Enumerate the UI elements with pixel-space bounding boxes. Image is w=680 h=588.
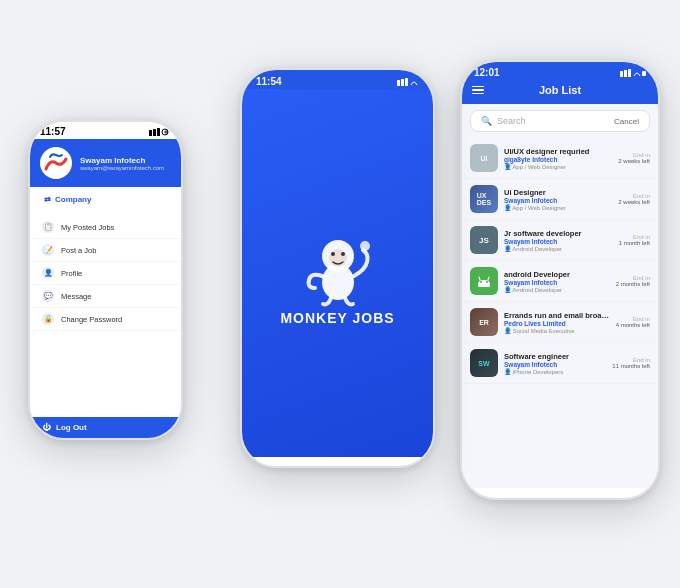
hamburger-icon[interactable] [472,86,484,95]
search-icon: 🔍 [481,116,492,126]
job-company: Swayam Infotech [504,361,606,368]
search-bar[interactable]: 🔍 Search Cancel [470,110,650,132]
job-company: Swayam Infotech [504,279,610,286]
end-value: 2 weeks left [618,158,650,164]
job-info: Jr software developer Swayam Infotech 👤 … [504,229,613,252]
right-status-icons [620,69,646,77]
profile-name: Swayam Infotech [80,156,164,165]
job-category: 👤 Social Media Executive [504,327,610,334]
menu-item-post-job[interactable]: 📝 Post a Job [30,239,181,262]
job-company: Pedro Lives Limited [504,320,610,327]
phones-container: 11:57 Swayam Infotech swayam@swayaminfot… [0,0,680,588]
svg-point-14 [341,252,345,256]
left-time: 11:57 [40,126,66,137]
job-end: End in 4 months left [616,316,650,328]
job-item[interactable]: ER Errands run and email broadcast Pedro… [462,302,658,343]
left-notch [76,122,136,136]
center-phone: 11:54 [240,68,435,468]
logout-label: Log Out [56,423,87,432]
profile-label: Profile [61,269,82,278]
company-tab[interactable]: ⇄ Company [36,191,175,208]
job-info: Errands run and email broadcast Pedro Li… [504,311,610,334]
svg-rect-8 [401,79,404,86]
svg-rect-7 [397,80,400,86]
splash-screen: M MONKEY JOBS [242,89,433,457]
svg-point-15 [360,241,370,251]
svg-rect-19 [628,69,631,77]
job-item[interactable]: SW Software engineer Swayam Infotech 👤 i… [462,343,658,384]
job-category: 👤 App / Web Designer [504,163,612,170]
job-category: 👤 Android Developer [504,245,613,252]
job-header: Job List [462,80,658,104]
menu-item-posted-jobs[interactable]: 📋 My Posted Jobs [30,216,181,239]
svg-rect-20 [642,71,646,76]
right-screen: 🔍 Search Cancel UI UI/UX designer requri… [462,104,658,488]
posted-jobs-label: My Posted Jobs [61,223,114,232]
job-title: android Developer [504,270,610,279]
left-status-icons [149,128,171,136]
svg-rect-1 [153,129,156,136]
job-list: UI UI/UX designer requried giga8yte Info… [462,138,658,488]
app-title: MONKEY JOBS [280,310,394,326]
exchange-icon: ⇄ [44,195,51,204]
end-value: 2 weeks left [618,199,650,205]
profile-icon: 👤 [42,267,54,279]
menu-item-profile[interactable]: 👤 Profile [30,262,181,285]
job-item[interactable]: UXDES Ui Designer Swayam Infotech 👤 App … [462,179,658,220]
profile-email: swayam@swayaminfotech.com [80,165,164,171]
svg-point-22 [486,281,488,283]
job-end: End in 1 month left [619,234,650,246]
right-time: 12:01 [474,67,500,78]
company-tab-label: Company [55,195,91,204]
monkey-logo: M [293,220,383,310]
message-label: Message [61,292,91,301]
right-notch [530,62,590,76]
job-info: android Developer Swayam Infotech 👤 Andr… [504,270,610,293]
left-phone: 11:57 Swayam Infotech swayam@swayaminfot… [28,120,183,440]
end-value: 2 months left [616,281,650,287]
menu-item-message[interactable]: 💬 Message [30,285,181,308]
svg-rect-2 [157,128,160,136]
svg-rect-0 [149,130,152,136]
job-info: Ui Designer Swayam Infotech 👤 App / Web … [504,188,612,211]
job-item[interactable]: UI UI/UX designer requried giga8yte Info… [462,138,658,179]
message-icon: 💬 [42,290,54,302]
right-status-bar: 12:01 [462,62,658,80]
job-info: UI/UX designer requried giga8yte Infotec… [504,147,612,170]
post-job-label: Post a Job [61,246,96,255]
job-item[interactable]: android Developer Swayam Infotech 👤 Andr… [462,261,658,302]
profile-section: Swayam Infotech swayam@swayaminfotech.co… [30,139,181,187]
job-category: 👤 App / Web Designer [504,204,612,211]
avatar [40,147,72,179]
job-end: End in 2 weeks left [618,152,650,164]
hamburger-line-1 [472,86,484,88]
job-company: Swayam Infotech [504,238,613,245]
job-title: Jr software developer [504,229,613,238]
end-value: 11 months left [612,363,650,369]
logout-icon: ⏻ [42,423,50,432]
logout-bar[interactable]: ⏻ Log Out [30,417,181,438]
end-value: 4 months left [616,322,650,328]
job-company: Swayam Infotech [504,197,612,204]
menu-items: 📋 My Posted Jobs 📝 Post a Job 👤 Profile … [30,212,181,335]
password-icon: 🔒 [42,313,54,325]
job-end: End in 11 months left [612,357,650,369]
svg-rect-9 [405,78,408,86]
search-placeholder: Search [497,116,609,126]
search-cancel[interactable]: Cancel [614,117,639,126]
hamburger-line-3 [472,93,484,95]
center-status-bar: 11:54 [242,70,433,89]
svg-rect-18 [624,70,627,77]
menu-item-change-password[interactable]: 🔒 Change Password [30,308,181,331]
center-status-icons [397,78,419,86]
posted-jobs-icon: 📋 [42,221,54,233]
change-password-label: Change Password [61,315,122,324]
center-time: 11:54 [256,76,282,87]
job-item[interactable]: JS Jr software developer Swayam Infotech… [462,220,658,261]
end-value: 1 month left [619,240,650,246]
job-list-title: Job List [539,84,581,96]
svg-point-13 [331,252,335,256]
center-notch [308,70,368,84]
job-info: Software engineer Swayam Infotech 👤 iPho… [504,352,606,375]
profile-info: Swayam Infotech swayam@swayaminfotech.co… [80,156,164,171]
